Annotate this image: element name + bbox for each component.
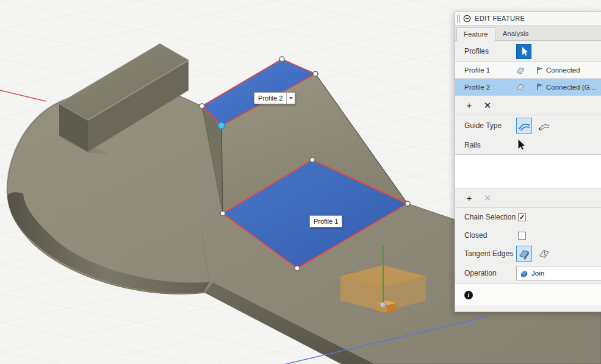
tab-analysis[interactable]: Analysis [495,27,536,40]
profile-row-1[interactable]: Profile 1 Connected [455,62,601,79]
vertex[interactable] [295,266,300,271]
rails-label: Rails [464,141,481,149]
vertex-highlighted[interactable] [218,123,225,129]
tab-feature[interactable]: Feature [456,27,495,41]
edit-feature-dialog: EDIT FEATURE Feature Analysis Profiles P… [455,11,601,312]
select-cursor-icon [519,46,529,56]
guide-type-rails-button[interactable] [516,118,532,134]
dialog-title: EDIT FEATURE [475,15,525,22]
continuity-flag-icon [536,83,544,91]
tangent-edges-label: Tangent Edges [464,249,513,258]
profiles-table: Profile 1 Connected Profile 2 [455,62,601,96]
operation-label: Operation [464,269,497,277]
vertex[interactable] [220,211,225,216]
chevron-down-icon [289,97,293,99]
application-window: Profile 2 Profile 1 EDIT FEATURE Feature… [0,0,601,364]
tangent-unmerged-icon [538,248,550,260]
profile1-chip-label: Profile 1 [310,218,342,225]
origin-sphere [380,302,387,309]
tangent-merged-icon [518,248,530,260]
guide-type-centerline-icon [538,120,550,132]
guide-type-centerline-button[interactable] [536,118,552,134]
vertex[interactable] [313,71,318,76]
closed-label: Closed [464,231,487,240]
profile-row-continuity: Connected (G... [546,84,601,91]
vertex[interactable] [405,201,410,206]
profile-row-name: Profile 1 [464,66,490,74]
operation-dropdown[interactable]: Join [516,266,601,280]
remove-profile-button[interactable]: ✕ [483,101,492,110]
profile-row-continuity: Connected [546,66,601,74]
profile1-chip[interactable]: Profile 1 [309,215,342,227]
guide-type-rails-icon [518,120,530,132]
continuity-flag-icon [536,66,544,74]
cursor-icon [516,139,527,151]
profile-row-name: Profile 2 [464,84,490,91]
guide-type-label: Guide Type [464,121,502,130]
profile-row-2-selected[interactable]: Profile 2 Connected (G... [455,79,601,95]
chain-selection-label: Chain Selection [464,213,516,221]
profile2-chip[interactable]: Profile 2 [254,92,295,104]
profiles-select-button[interactable] [516,44,531,59]
chain-selection-checkbox[interactable]: ✓ [518,213,526,221]
profiles-label: Profiles [464,47,489,55]
join-operation-icon [519,269,528,278]
vertex[interactable] [200,104,204,109]
collapse-icon[interactable] [463,15,471,23]
sketch-profile-icon [516,83,525,91]
vertex[interactable] [279,57,284,62]
vertex[interactable] [310,157,315,162]
profile2-chip-dropdown[interactable] [286,93,295,104]
closed-checkbox[interactable] [518,232,526,240]
tangent-edges-unmerged-button[interactable] [536,246,552,262]
dialog-titlebar[interactable]: EDIT FEATURE [455,12,601,26]
sketch-profile-icon [516,66,525,74]
info-icon[interactable]: i [464,291,473,299]
operation-value: Join [531,269,544,277]
drag-grip-icon[interactable] [457,15,460,23]
rails-listbox[interactable] [455,154,601,188]
tangent-edges-merged-button[interactable] [516,246,532,262]
profile2-chip-label: Profile 2 [254,95,286,102]
remove-rail-button[interactable]: ✕ [483,193,492,203]
add-rail-button[interactable]: + [464,193,474,203]
add-profile-button[interactable]: + [464,101,474,110]
dialog-tabs: Feature Analysis [455,26,601,41]
